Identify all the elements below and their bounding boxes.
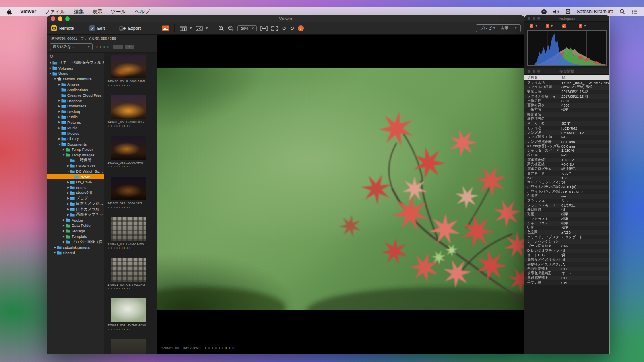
rating-dot[interactable] — [108, 166, 109, 167]
tree-item-creative-cloud-files[interactable]: Creative Cloud Files — [47, 93, 104, 98]
rating-dot[interactable] — [119, 85, 120, 86]
tree-item-public[interactable]: ▶Public — [47, 114, 104, 120]
rating-dot[interactable] — [111, 166, 112, 167]
rating-dot[interactable] — [111, 85, 112, 86]
disclosure-right-icon[interactable]: ▶ — [62, 240, 66, 243]
creative-cloud-icon[interactable]: ∞ — [541, 9, 547, 15]
thumbnail-image[interactable] — [111, 95, 146, 119]
info-panel-titlebar[interactable]: 撮影情報 — [524, 68, 609, 75]
refresh-icon[interactable]: ⟳ — [47, 53, 104, 60]
filter-apply-button[interactable] — [113, 45, 123, 49]
info-zoom-button[interactable] — [537, 70, 540, 73]
checkbox-checked-icon[interactable]: ✓ — [530, 24, 533, 28]
disclosure-down-icon[interactable]: ▼ — [62, 154, 66, 156]
panel-zoom-button[interactable] — [537, 17, 540, 20]
thumbnail-cell[interactable]: 140410_05...E-6000.ARW — [104, 55, 157, 95]
disclosure-right-icon[interactable]: ▶ — [66, 208, 70, 211]
compare-view-button[interactable] — [196, 26, 208, 31]
rating-dot[interactable] — [114, 85, 115, 86]
minimize-button[interactable] — [58, 16, 62, 21]
thumbnail-image[interactable] — [111, 217, 146, 241]
thumbnail-image[interactable] — [111, 136, 146, 160]
checkbox-checked-icon[interactable]: ✓ — [562, 24, 566, 28]
color-label-dot[interactable] — [124, 125, 125, 127]
remote-button[interactable]: Remote — [51, 25, 74, 31]
rating-dot[interactable] — [116, 207, 118, 208]
tree-item-music[interactable]: ▶Music — [47, 125, 104, 131]
rating-dot[interactable] — [114, 329, 115, 330]
tree-item-pictures[interactable]: ▶Pictures — [47, 120, 104, 125]
rating-dot[interactable] — [116, 247, 118, 249]
rating-dot[interactable] — [116, 329, 118, 330]
disclosure-right-icon[interactable]: ▶ — [62, 229, 66, 232]
title-bar[interactable]: Viewer — [47, 15, 524, 22]
tree-item-library[interactable]: ▶Library — [47, 136, 104, 142]
color-label-dot[interactable] — [124, 207, 125, 208]
disclosure-right-icon[interactable]: ▶ — [58, 83, 61, 86]
disclosure-right-icon[interactable]: ▶ — [58, 126, 61, 130]
rating-dot[interactable] — [108, 329, 109, 330]
filter-dropdown[interactable]: 絞り込みなし ∨ — [50, 43, 93, 50]
tree-item--7m2[interactable]: α7M2 — [47, 174, 104, 180]
tree-item-documents[interactable]: ▼Documents — [47, 142, 104, 147]
disclosure-down-icon[interactable]: ▼ — [58, 143, 61, 146]
checkbox-checked-icon[interactable]: ✓ — [579, 24, 582, 28]
disclosure-down-icon[interactable]: ▼ — [66, 170, 70, 173]
info-button[interactable]: i — [298, 25, 304, 31]
color-label-dot[interactable] — [129, 288, 130, 289]
menu-app-name[interactable]: Viewer — [20, 9, 36, 14]
color-label-dot[interactable] — [124, 166, 125, 167]
thumbnail-cell[interactable]: 141105_032...6000.ARW — [104, 136, 157, 177]
rating-dot[interactable] — [114, 247, 115, 249]
color-label-dot[interactable] — [124, 247, 125, 249]
color-label-dot[interactable] — [232, 347, 234, 349]
rating-dot[interactable] — [111, 288, 112, 289]
filter-color-dot[interactable] — [103, 46, 105, 48]
tree-item--[interactable]: 一時保管 — [47, 158, 104, 163]
checkbox-checked-icon[interactable]: ✓ — [546, 24, 549, 28]
rating-dot[interactable] — [205, 347, 206, 349]
rating-dot[interactable] — [219, 347, 220, 349]
rating-dot[interactable] — [119, 329, 120, 330]
color-label-dot[interactable] — [127, 207, 128, 208]
rating-label-dots[interactable] — [205, 347, 234, 349]
disclosure-right-icon[interactable]: ▶ — [62, 148, 66, 151]
thumbnail-image[interactable] — [111, 339, 146, 354]
rating-dot[interactable] — [116, 288, 118, 289]
tree-item-aliases[interactable]: ▶Aliases — [47, 82, 104, 87]
rating-dot[interactable] — [114, 166, 115, 167]
disclosure-right-icon[interactable]: ▶ — [66, 164, 70, 167]
rating-dot[interactable] — [208, 347, 210, 349]
grid-view-button[interactable] — [180, 26, 192, 31]
tree-item--[interactable]: ▶ブログの画像（保… — [47, 239, 104, 245]
disclosure-right-icon[interactable]: ▶ — [66, 202, 70, 206]
edit-button[interactable]: Edit — [89, 25, 105, 31]
channel-toggle-b[interactable]: ✓B — [579, 24, 586, 28]
color-label-dot[interactable] — [129, 207, 130, 208]
disclosure-right-icon[interactable]: ▶ — [66, 191, 70, 195]
tree-item-volumes[interactable]: ▶Volumes — [47, 66, 104, 71]
rating-dot[interactable] — [119, 288, 120, 289]
actual-size-button[interactable] — [271, 26, 278, 31]
disclosure-right-icon[interactable]: ▶ — [66, 181, 70, 184]
thumbnail-cell[interactable]: 140410_05...E-6000.JPG — [104, 95, 157, 136]
thumbnail-image[interactable] — [111, 177, 146, 200]
menu-item-2[interactable]: 表示 — [92, 8, 102, 15]
menu-item-1[interactable]: 編集 — [74, 8, 84, 15]
tree-item-note-s[interactable]: ▶note's — [47, 185, 104, 191]
rating-dot[interactable] — [108, 247, 109, 249]
tree-item-movies[interactable]: Movies — [47, 131, 104, 136]
rotate-left-button[interactable]: ↺ — [282, 26, 286, 31]
rating-dot[interactable] — [215, 347, 217, 349]
disclosure-right-icon[interactable]: ▶ — [62, 224, 66, 227]
color-label-dot[interactable] — [127, 125, 128, 127]
rating-dot[interactable] — [114, 207, 115, 208]
rating-dot[interactable] — [116, 166, 118, 167]
control-center-icon[interactable] — [631, 9, 638, 14]
color-label-dot[interactable] — [129, 247, 130, 249]
disclosure-down-icon[interactable]: ▼ — [53, 78, 57, 80]
menu-item-3[interactable]: ツール — [111, 8, 126, 15]
menu-user-name[interactable]: Satoshi Kitamura — [577, 9, 613, 14]
imaging-edge-status-icon[interactable] — [565, 9, 571, 14]
filter-color-dot[interactable] — [107, 46, 109, 48]
